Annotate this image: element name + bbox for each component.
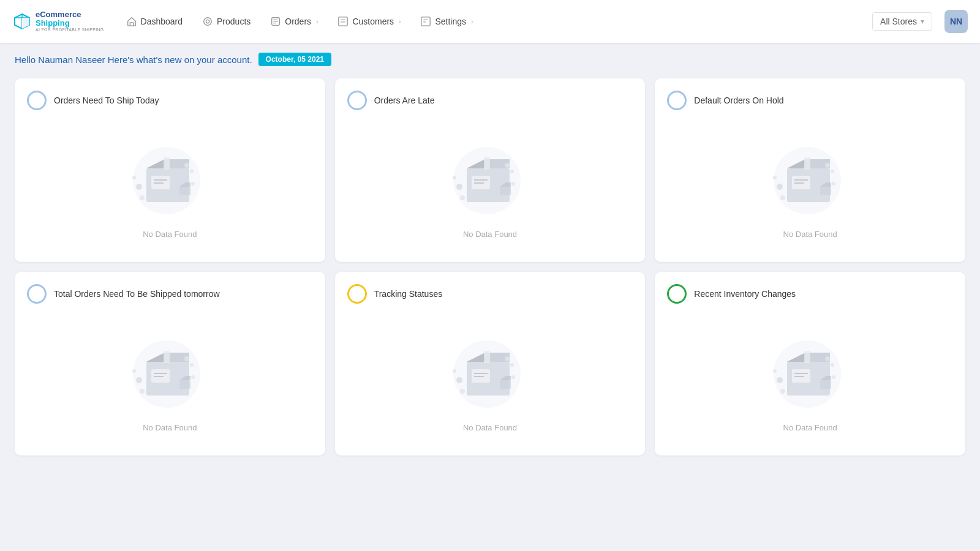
logo[interactable]: eCommerce Shipping AI FOR PROFITABLE SHI… — [12, 10, 104, 32]
empty-label-tracking-statuses: No Data Found — [463, 423, 517, 432]
card-orders-late: Orders Are Late — [335, 78, 646, 262]
logo-shipping: Shipping — [36, 19, 104, 28]
card-header-total-orders-tomorrow: Total Orders Need To Be Shipped tomorrow — [27, 284, 313, 304]
svg-rect-22 — [151, 176, 170, 189]
empty-illustration-orders-late — [441, 132, 539, 217]
date-badge: October, 05 2021 — [258, 53, 331, 66]
svg-rect-65 — [820, 187, 831, 195]
card-default-orders-hold: Default Orders On Hold — [655, 78, 965, 262]
card-title-orders-ship-today: Orders Need To Ship Today — [54, 96, 159, 105]
svg-rect-21 — [164, 157, 170, 170]
svg-point-81 — [191, 375, 195, 379]
empty-label-orders-ship-today: No Data Found — [143, 230, 197, 239]
card-header-default-orders-hold: Default Orders On Hold — [667, 91, 953, 110]
card-total-orders-tomorrow: Total Orders Need To Be Shipped tomorrow — [15, 272, 325, 455]
orders-icon — [270, 16, 281, 27]
stores-caret-icon: ▾ — [921, 17, 924, 26]
empty-label-orders-late: No Data Found — [463, 230, 517, 239]
empty-illustration-tracking-statuses — [441, 325, 539, 411]
empty-state-orders-ship-today: No Data Found — [27, 120, 313, 250]
customers-chevron: › — [399, 18, 401, 25]
svg-point-97 — [460, 389, 465, 394]
svg-rect-107 — [792, 369, 810, 383]
empty-label-total-orders-tomorrow: No Data Found — [143, 423, 197, 432]
card-header-tracking-statuses: Tracking Statuses — [347, 284, 633, 304]
circle-indicator-default-orders-hold — [667, 91, 687, 110]
empty-illustration-recent-inventory — [761, 325, 859, 411]
svg-point-76 — [184, 356, 189, 361]
svg-point-29 — [140, 195, 145, 200]
svg-point-112 — [777, 377, 783, 383]
card-header-orders-late: Orders Are Late — [347, 91, 633, 110]
card-title-orders-late: Orders Are Late — [374, 96, 435, 105]
svg-point-30 — [191, 182, 195, 186]
empty-label-recent-inventory: No Data Found — [783, 423, 837, 432]
svg-rect-72 — [164, 351, 170, 363]
svg-rect-10 — [339, 17, 347, 26]
home-icon — [126, 16, 137, 27]
empty-state-orders-late: No Data Found — [347, 120, 633, 250]
customers-icon — [337, 16, 349, 27]
svg-rect-38 — [484, 157, 490, 170]
svg-rect-39 — [472, 176, 490, 189]
svg-rect-90 — [472, 369, 490, 383]
navbar: eCommerce Shipping AI FOR PROFITABLE SHI… — [0, 0, 980, 43]
settings-chevron: › — [471, 18, 473, 25]
svg-rect-55 — [804, 157, 810, 170]
svg-rect-89 — [484, 351, 490, 363]
svg-rect-116 — [820, 380, 831, 389]
svg-point-113 — [773, 369, 777, 373]
card-tracking-statuses: Tracking Statuses — [335, 272, 646, 455]
nav-orders[interactable]: Orders › — [263, 12, 325, 31]
empty-illustration-total-orders-tomorrow — [121, 325, 219, 411]
svg-point-96 — [453, 369, 456, 373]
dashboard-grid: Orders Need To Ship Today — [0, 73, 980, 470]
svg-rect-13 — [421, 17, 430, 26]
empty-state-total-orders-tomorrow: No Data Found — [27, 313, 313, 443]
card-header-recent-inventory: Recent Inventory Changes — [667, 284, 953, 304]
logo-tagline: AI FOR PROFITABLE SHIPPING — [36, 28, 104, 32]
empty-state-tracking-statuses: No Data Found — [347, 313, 633, 443]
orders-chevron: › — [316, 18, 318, 25]
svg-point-4 — [204, 18, 212, 26]
nav-customers[interactable]: Customers › — [330, 12, 408, 31]
svg-point-44 — [456, 184, 462, 190]
circle-indicator-orders-ship-today — [27, 91, 47, 110]
logo-ecommerce: eCommerce — [36, 10, 104, 19]
svg-point-111 — [831, 363, 834, 367]
svg-point-26 — [190, 170, 194, 173]
card-title-recent-inventory: Recent Inventory Changes — [694, 289, 796, 299]
card-recent-inventory: Recent Inventory Changes — [655, 272, 965, 455]
circle-indicator-orders-late — [347, 91, 367, 110]
logo-icon — [12, 12, 32, 31]
user-avatar[interactable]: NN — [944, 10, 968, 33]
svg-point-110 — [825, 356, 830, 361]
empty-label-default-orders-hold: No Data Found — [783, 230, 837, 239]
nav-dashboard[interactable]: Dashboard — [119, 12, 190, 31]
svg-point-78 — [136, 377, 142, 383]
empty-illustration-orders-ship-today — [121, 132, 219, 217]
card-header-orders-ship-today: Orders Need To Ship Today — [27, 91, 313, 110]
empty-state-default-orders-hold: No Data Found — [667, 120, 953, 250]
svg-rect-99 — [500, 380, 511, 389]
svg-point-62 — [773, 176, 777, 179]
svg-point-93 — [505, 356, 510, 361]
circle-indicator-tracking-statuses — [347, 284, 367, 304]
svg-point-95 — [456, 377, 462, 383]
card-title-default-orders-hold: Default Orders On Hold — [694, 96, 783, 105]
svg-point-79 — [132, 369, 136, 373]
settings-icon — [420, 16, 431, 27]
svg-point-59 — [825, 163, 830, 168]
nav-products[interactable]: Products — [195, 12, 258, 31]
svg-point-64 — [832, 182, 835, 186]
svg-point-98 — [511, 375, 515, 379]
empty-illustration-default-orders-hold — [761, 132, 859, 217]
empty-state-recent-inventory: No Data Found — [667, 313, 953, 443]
nav-settings[interactable]: Settings › — [413, 12, 480, 31]
svg-point-61 — [777, 184, 783, 190]
svg-point-63 — [780, 195, 785, 200]
svg-rect-31 — [179, 187, 190, 195]
stores-dropdown[interactable]: All Stores ▾ — [872, 12, 932, 31]
svg-point-114 — [780, 389, 785, 394]
svg-point-77 — [190, 363, 194, 367]
